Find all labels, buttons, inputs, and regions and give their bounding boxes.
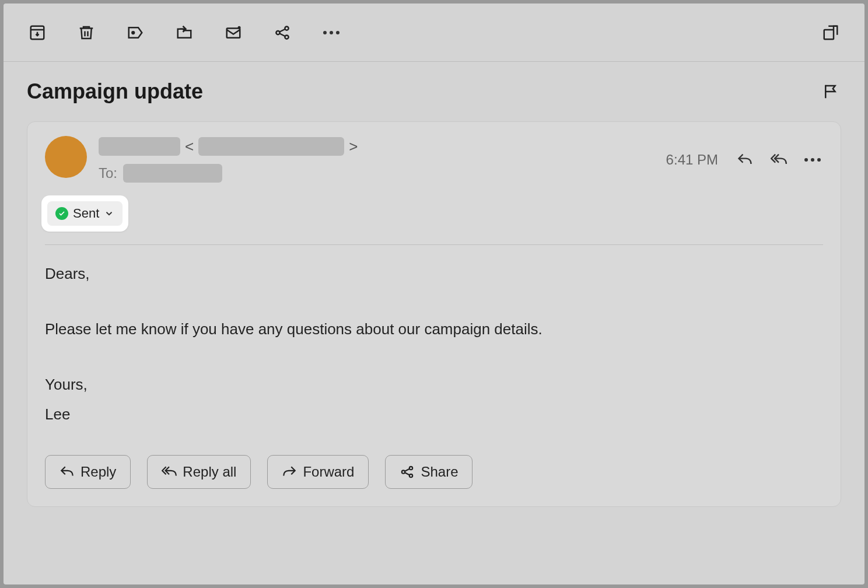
body-signature: Lee bbox=[45, 403, 823, 426]
toolbar bbox=[4, 4, 864, 62]
share-nodes-icon bbox=[274, 24, 291, 41]
share-button[interactable] bbox=[272, 22, 293, 43]
recipient-redacted bbox=[123, 164, 222, 183]
sender-email-redacted bbox=[198, 137, 344, 156]
header-more-button[interactable] bbox=[802, 149, 823, 170]
more-icon bbox=[323, 31, 340, 34]
to-label: To: bbox=[99, 165, 117, 181]
status-badge[interactable]: Sent bbox=[47, 201, 123, 226]
header-actions: 6:41 PM bbox=[666, 136, 823, 184]
move-to-folder-icon bbox=[176, 24, 193, 41]
toolbar-right bbox=[820, 22, 841, 43]
mark-unread-button[interactable] bbox=[223, 22, 244, 43]
reply-button[interactable]: Reply bbox=[45, 455, 131, 489]
body-greeting: Dears, bbox=[45, 262, 823, 285]
share-action-button[interactable]: Share bbox=[385, 455, 473, 489]
divider bbox=[45, 244, 823, 245]
share-label: Share bbox=[421, 464, 458, 480]
flag-icon bbox=[822, 83, 839, 100]
reply-icon bbox=[737, 152, 753, 168]
archive-button[interactable] bbox=[27, 22, 48, 43]
body-signoff: Yours, bbox=[45, 373, 823, 396]
reply-all-label: Reply all bbox=[183, 464, 236, 480]
sender-line: < > bbox=[99, 136, 654, 157]
reply-all-icon bbox=[771, 152, 787, 168]
message-card: < > To: 6:41 PM bbox=[27, 121, 841, 507]
email-viewer-window: Campaign update < > To: 6:41 PM bbox=[4, 4, 864, 584]
action-row: Reply Reply all Forward Share bbox=[45, 455, 823, 489]
popout-icon bbox=[822, 24, 839, 41]
reply-all-button[interactable]: Reply all bbox=[147, 455, 251, 489]
svg-point-1 bbox=[132, 32, 134, 34]
flag-button[interactable] bbox=[820, 81, 841, 102]
svg-rect-7 bbox=[824, 30, 834, 39]
angle-open: < bbox=[185, 138, 194, 156]
timestamp: 6:41 PM bbox=[666, 152, 718, 168]
status-badge-highlight: Sent bbox=[41, 195, 128, 232]
header-reply-button[interactable] bbox=[734, 149, 755, 170]
trash-icon bbox=[78, 24, 95, 41]
sender-block: < > To: bbox=[99, 136, 654, 184]
reply-icon bbox=[60, 464, 75, 480]
reply-all-icon bbox=[162, 464, 177, 480]
sender-name-redacted bbox=[99, 137, 180, 156]
svg-rect-2 bbox=[227, 28, 240, 37]
message-body: Dears, Please let me know if you have an… bbox=[45, 262, 823, 426]
popout-button[interactable] bbox=[820, 22, 841, 43]
forward-button[interactable]: Forward bbox=[267, 455, 369, 489]
toolbar-left bbox=[27, 22, 342, 43]
angle-close: > bbox=[349, 138, 358, 156]
reply-label: Reply bbox=[80, 464, 116, 480]
delete-button[interactable] bbox=[76, 22, 97, 43]
svg-point-3 bbox=[238, 26, 241, 29]
move-button[interactable] bbox=[174, 22, 195, 43]
archive-icon bbox=[29, 24, 46, 41]
label-button[interactable] bbox=[125, 22, 146, 43]
status-label: Sent bbox=[73, 206, 99, 221]
label-icon bbox=[127, 24, 144, 41]
avatar bbox=[45, 136, 87, 178]
more-button[interactable] bbox=[321, 22, 342, 43]
envelope-icon bbox=[225, 24, 242, 41]
message-header: < > To: 6:41 PM bbox=[45, 136, 823, 184]
to-line: To: bbox=[99, 163, 654, 184]
forward-icon bbox=[282, 464, 297, 480]
chevron-down-icon bbox=[104, 208, 114, 219]
share-nodes-icon bbox=[400, 464, 415, 480]
check-circle-icon bbox=[55, 207, 68, 220]
body-line-1: Please let me know if you have any quest… bbox=[45, 318, 823, 341]
header-reply-all-button[interactable] bbox=[768, 149, 789, 170]
forward-label: Forward bbox=[303, 464, 354, 480]
more-icon bbox=[804, 158, 821, 162]
subject-bar: Campaign update bbox=[4, 62, 864, 116]
subject-text: Campaign update bbox=[27, 79, 203, 104]
